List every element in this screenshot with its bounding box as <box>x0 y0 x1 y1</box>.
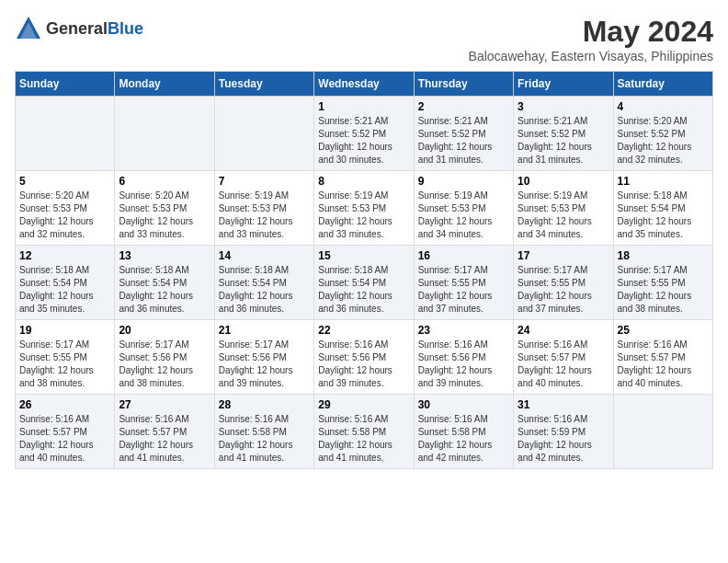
day-cell: 10Sunrise: 5:19 AMSunset: 5:53 PMDayligh… <box>514 171 613 246</box>
day-info: Sunrise: 5:20 AMSunset: 5:52 PMDaylight:… <box>618 116 692 165</box>
day-info: Sunrise: 5:16 AMSunset: 5:58 PMDaylight:… <box>418 414 493 463</box>
day-info: Sunrise: 5:19 AMSunset: 5:53 PMDaylight:… <box>219 190 293 239</box>
main-title: May 2024 <box>469 15 713 49</box>
day-number: 31 <box>518 398 609 411</box>
day-number: 20 <box>119 324 210 337</box>
day-cell: 2Sunrise: 5:21 AMSunset: 5:52 PMDaylight… <box>414 97 513 171</box>
day-number: 28 <box>219 398 310 411</box>
day-cell: 16Sunrise: 5:17 AMSunset: 5:55 PMDayligh… <box>414 246 513 320</box>
day-number: 13 <box>119 249 210 262</box>
day-cell: 4Sunrise: 5:20 AMSunset: 5:52 PMDaylight… <box>613 97 712 171</box>
day-cell: 17Sunrise: 5:17 AMSunset: 5:55 PMDayligh… <box>514 246 613 320</box>
day-number: 23 <box>418 324 509 337</box>
day-cell: 15Sunrise: 5:18 AMSunset: 5:54 PMDayligh… <box>314 246 414 320</box>
title-block: May 2024 Balocawehay, Eastern Visayas, P… <box>469 15 713 63</box>
day-info: Sunrise: 5:19 AMSunset: 5:53 PMDaylight:… <box>518 190 592 239</box>
day-info: Sunrise: 5:17 AMSunset: 5:55 PMDaylight:… <box>19 339 94 388</box>
week-row-4: 19Sunrise: 5:17 AMSunset: 5:55 PMDayligh… <box>16 320 713 395</box>
day-cell <box>214 97 313 171</box>
col-header-tuesday: Tuesday <box>214 72 313 97</box>
day-number: 24 <box>518 324 609 337</box>
day-cell: 1Sunrise: 5:21 AMSunset: 5:52 PMDaylight… <box>314 97 414 171</box>
day-number: 14 <box>219 249 310 262</box>
day-cell: 27Sunrise: 5:16 AMSunset: 5:57 PMDayligh… <box>115 395 214 469</box>
day-cell: 11Sunrise: 5:18 AMSunset: 5:54 PMDayligh… <box>613 171 712 246</box>
day-info: Sunrise: 5:17 AMSunset: 5:55 PMDaylight:… <box>518 265 592 314</box>
day-info: Sunrise: 5:18 AMSunset: 5:54 PMDaylight:… <box>19 265 94 314</box>
day-number: 12 <box>19 249 110 262</box>
col-header-wednesday: Wednesday <box>314 72 414 97</box>
day-info: Sunrise: 5:19 AMSunset: 5:53 PMDaylight:… <box>318 190 392 239</box>
day-info: Sunrise: 5:20 AMSunset: 5:53 PMDaylight:… <box>119 190 193 239</box>
day-info: Sunrise: 5:16 AMSunset: 5:57 PMDaylight:… <box>518 339 592 388</box>
day-cell: 21Sunrise: 5:17 AMSunset: 5:56 PMDayligh… <box>214 320 313 395</box>
header-row: SundayMondayTuesdayWednesdayThursdayFrid… <box>16 72 713 97</box>
day-info: Sunrise: 5:16 AMSunset: 5:56 PMDaylight:… <box>418 339 493 388</box>
day-number: 16 <box>418 249 509 262</box>
week-row-5: 26Sunrise: 5:16 AMSunset: 5:57 PMDayligh… <box>16 395 713 469</box>
day-info: Sunrise: 5:18 AMSunset: 5:54 PMDaylight:… <box>219 265 293 314</box>
day-cell: 18Sunrise: 5:17 AMSunset: 5:55 PMDayligh… <box>613 246 712 320</box>
col-header-thursday: Thursday <box>414 72 513 97</box>
day-number: 9 <box>418 175 509 188</box>
day-cell: 26Sunrise: 5:16 AMSunset: 5:57 PMDayligh… <box>16 395 115 469</box>
day-number: 4 <box>618 100 709 113</box>
day-number: 10 <box>518 175 609 188</box>
day-cell: 28Sunrise: 5:16 AMSunset: 5:58 PMDayligh… <box>214 395 313 469</box>
day-cell: 6Sunrise: 5:20 AMSunset: 5:53 PMDaylight… <box>115 171 214 246</box>
week-row-2: 5Sunrise: 5:20 AMSunset: 5:53 PMDaylight… <box>16 171 713 246</box>
day-info: Sunrise: 5:20 AMSunset: 5:53 PMDaylight:… <box>19 190 94 239</box>
day-cell: 5Sunrise: 5:20 AMSunset: 5:53 PMDaylight… <box>16 171 115 246</box>
day-info: Sunrise: 5:18 AMSunset: 5:54 PMDaylight:… <box>119 265 193 314</box>
day-number: 29 <box>318 398 409 411</box>
day-number: 25 <box>618 324 709 337</box>
day-number: 19 <box>19 324 110 337</box>
week-row-1: 1Sunrise: 5:21 AMSunset: 5:52 PMDaylight… <box>16 97 713 171</box>
day-info: Sunrise: 5:16 AMSunset: 5:58 PMDaylight:… <box>318 414 392 463</box>
day-cell: 30Sunrise: 5:16 AMSunset: 5:58 PMDayligh… <box>414 395 513 469</box>
day-cell: 9Sunrise: 5:19 AMSunset: 5:53 PMDaylight… <box>414 171 513 246</box>
day-cell: 25Sunrise: 5:16 AMSunset: 5:57 PMDayligh… <box>613 320 712 395</box>
day-cell: 24Sunrise: 5:16 AMSunset: 5:57 PMDayligh… <box>514 320 613 395</box>
day-info: Sunrise: 5:17 AMSunset: 5:56 PMDaylight:… <box>219 339 293 388</box>
day-info: Sunrise: 5:21 AMSunset: 5:52 PMDaylight:… <box>318 116 392 165</box>
page-header: GeneralBlue May 2024 Balocawehay, Easter… <box>15 15 713 63</box>
day-number: 2 <box>418 100 509 113</box>
day-info: Sunrise: 5:16 AMSunset: 5:56 PMDaylight:… <box>318 339 392 388</box>
week-row-3: 12Sunrise: 5:18 AMSunset: 5:54 PMDayligh… <box>16 246 713 320</box>
day-info: Sunrise: 5:16 AMSunset: 5:58 PMDaylight:… <box>219 414 293 463</box>
day-number: 7 <box>219 175 310 188</box>
day-cell: 20Sunrise: 5:17 AMSunset: 5:56 PMDayligh… <box>115 320 214 395</box>
day-number: 26 <box>19 398 110 411</box>
day-info: Sunrise: 5:16 AMSunset: 5:57 PMDaylight:… <box>119 414 193 463</box>
day-number: 17 <box>518 249 609 262</box>
subtitle: Balocawehay, Eastern Visayas, Philippine… <box>469 49 713 63</box>
day-info: Sunrise: 5:16 AMSunset: 5:57 PMDaylight:… <box>19 414 94 463</box>
day-number: 15 <box>318 249 409 262</box>
logo-blue: Blue <box>108 19 143 38</box>
day-cell <box>613 395 712 469</box>
day-info: Sunrise: 5:17 AMSunset: 5:55 PMDaylight:… <box>418 265 493 314</box>
day-cell: 29Sunrise: 5:16 AMSunset: 5:58 PMDayligh… <box>314 395 414 469</box>
day-cell: 3Sunrise: 5:21 AMSunset: 5:52 PMDaylight… <box>514 97 613 171</box>
day-cell: 22Sunrise: 5:16 AMSunset: 5:56 PMDayligh… <box>314 320 414 395</box>
day-number: 3 <box>518 100 609 113</box>
day-info: Sunrise: 5:17 AMSunset: 5:55 PMDaylight:… <box>618 265 692 314</box>
day-cell: 7Sunrise: 5:19 AMSunset: 5:53 PMDaylight… <box>214 171 313 246</box>
logo-icon <box>15 15 42 44</box>
day-info: Sunrise: 5:21 AMSunset: 5:52 PMDaylight:… <box>518 116 592 165</box>
day-info: Sunrise: 5:16 AMSunset: 5:57 PMDaylight:… <box>618 339 692 388</box>
day-number: 6 <box>119 175 210 188</box>
col-header-friday: Friday <box>514 72 613 97</box>
day-cell <box>16 97 115 171</box>
day-number: 18 <box>618 249 709 262</box>
day-cell: 8Sunrise: 5:19 AMSunset: 5:53 PMDaylight… <box>314 171 414 246</box>
day-info: Sunrise: 5:17 AMSunset: 5:56 PMDaylight:… <box>119 339 193 388</box>
col-header-sunday: Sunday <box>16 72 115 97</box>
day-info: Sunrise: 5:16 AMSunset: 5:59 PMDaylight:… <box>518 414 592 463</box>
day-cell: 14Sunrise: 5:18 AMSunset: 5:54 PMDayligh… <box>214 246 313 320</box>
calendar-table: SundayMondayTuesdayWednesdayThursdayFrid… <box>15 71 713 469</box>
day-cell: 19Sunrise: 5:17 AMSunset: 5:55 PMDayligh… <box>16 320 115 395</box>
day-number: 1 <box>318 100 409 113</box>
day-info: Sunrise: 5:18 AMSunset: 5:54 PMDaylight:… <box>318 265 392 314</box>
